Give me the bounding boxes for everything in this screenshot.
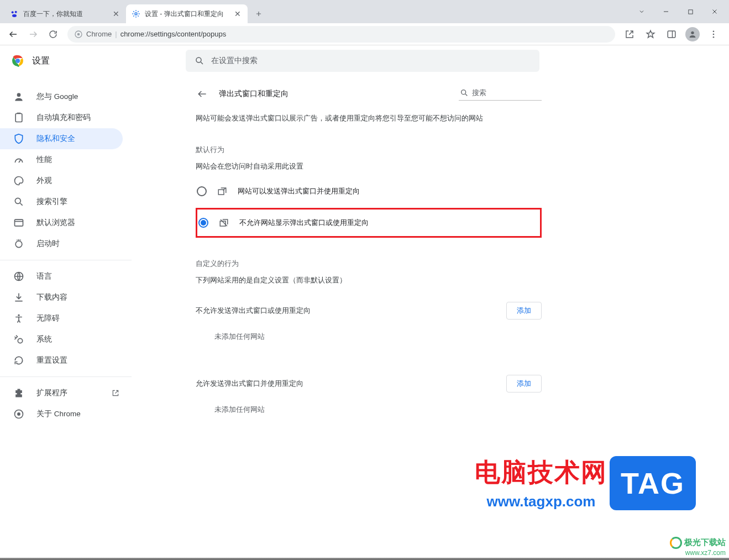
radio-icon	[197, 186, 207, 196]
block-list-empty: 未添加任何网站	[196, 332, 542, 342]
sidebar-item-appearance[interactable]: 外观	[0, 170, 123, 191]
svg-point-17	[15, 198, 20, 203]
search-placeholder: 在设置中搜索	[211, 56, 258, 66]
sidebar-item-autofill[interactable]: 自动填充和密码	[0, 107, 123, 128]
radio-label: 网站可以发送弹出式窗口并使用重定向	[238, 186, 360, 196]
allow-list-header: 允许发送弹出式窗口并使用重定向 添加	[196, 375, 542, 392]
svg-point-14	[196, 57, 201, 62]
radio-label: 不允许网站显示弹出式窗口或使用重定向	[239, 218, 369, 228]
browser-tab-baidu[interactable]: 百度一下，你就知道 ✕	[4, 4, 126, 23]
svg-rect-18	[15, 219, 23, 226]
sidebar-item-label: 重置设置	[36, 355, 67, 365]
svg-point-10	[713, 33, 715, 35]
watermark2-line2: www.xz7.com	[670, 549, 726, 557]
sidebar-separator	[0, 376, 132, 377]
search-icon	[460, 88, 469, 97]
profile-avatar[interactable]	[684, 25, 701, 43]
sidebar-item-you-and-google[interactable]: 您与 Google	[0, 86, 123, 107]
external-link-icon	[112, 389, 119, 397]
panel-description: 网站可能会发送弹出式窗口以展示广告，或者使用重定向将您引导至您可能不想访问的网站	[196, 113, 542, 124]
svg-rect-16	[15, 114, 22, 122]
block-list-label: 不允许发送弹出式窗口或使用重定向	[196, 306, 311, 316]
sidebar-item-label: 下载内容	[36, 292, 67, 302]
close-icon[interactable]: ✕	[112, 9, 120, 18]
sidebar-item-system[interactable]: 系统	[0, 329, 123, 350]
side-panel-icon[interactable]	[663, 25, 680, 43]
tab-title: 百度一下，你就知道	[23, 9, 83, 19]
popup-block-icon	[218, 217, 229, 228]
browser-toolbar: Chrome | chrome://settings/content/popup…	[0, 23, 729, 45]
sidebar-item-label: 性能	[36, 155, 52, 165]
back-button[interactable]	[4, 25, 22, 43]
chrome-icon	[74, 30, 83, 39]
block-list-header: 不允许发送弹出式窗口或使用重定向 添加	[196, 302, 542, 320]
window-titlebar: 百度一下，你就知道 ✕ 设置 - 弹出式窗口和重定向 ✕	[0, 0, 729, 23]
sidebar-item-about[interactable]: 关于 Chrome	[0, 404, 123, 425]
svg-point-2	[12, 14, 17, 17]
svg-point-13	[15, 59, 20, 63]
browser-tab-settings[interactable]: 设置 - 弹出式窗口和重定向 ✕	[126, 4, 248, 23]
panel-search-input[interactable]: 搜索	[459, 88, 542, 101]
address-bar[interactable]: Chrome | chrome://settings/content/popup…	[67, 26, 615, 43]
svg-point-6	[77, 33, 80, 35]
sidebar-item-performance[interactable]: 性能	[0, 149, 123, 170]
back-arrow-icon[interactable]	[196, 87, 209, 101]
sidebar-item-label: 启动时	[36, 239, 60, 249]
custom-behavior-subtext: 下列网站采用的是自定义设置（而非默认设置）	[196, 275, 542, 285]
bookmark-star-icon[interactable]	[642, 25, 659, 43]
watermark2-line1: 极光下载站	[670, 537, 726, 549]
chrome-logo-icon	[11, 54, 24, 67]
reload-button[interactable]	[44, 25, 62, 43]
close-icon[interactable]: ✕	[233, 9, 242, 18]
search-icon	[195, 56, 204, 66]
sidebar-item-extensions[interactable]: 扩展程序	[0, 383, 123, 404]
svg-point-22	[18, 338, 22, 343]
sidebar-item-accessibility[interactable]: 无障碍	[0, 308, 123, 329]
svg-point-11	[713, 36, 715, 38]
sidebar-item-default-browser[interactable]: 默认浏览器	[0, 212, 123, 233]
settings-search-box[interactable]: 在设置中搜索	[186, 50, 539, 72]
svg-point-0	[12, 11, 14, 13]
new-tab-button[interactable]	[251, 6, 266, 22]
svg-point-1	[15, 11, 17, 13]
sidebar-item-label: 您与 Google	[36, 92, 78, 102]
sidebar-item-label: 关于 Chrome	[36, 409, 81, 419]
sidebar-item-privacy[interactable]: 隐私和安全	[0, 128, 123, 149]
minimize-button[interactable]	[654, 3, 678, 20]
tab-strip: 百度一下，你就知道 ✕ 设置 - 弹出式窗口和重定向 ✕	[0, 4, 630, 23]
svg-point-25	[461, 90, 466, 94]
custom-behavior-label: 自定义的行为	[196, 259, 542, 269]
toolbar-right	[621, 25, 725, 43]
swirl-icon	[670, 537, 682, 549]
sidebar-item-reset[interactable]: 重置设置	[0, 350, 123, 371]
sidebar-item-label: 隐私和安全	[36, 134, 75, 144]
panel-title: 弹出式窗口和重定向	[219, 89, 289, 99]
kebab-menu-icon[interactable]	[705, 25, 722, 43]
watermark-tagxp: 电脑技术网 www.tagxp.com	[475, 456, 607, 510]
popup-allow-icon	[217, 186, 228, 197]
radio-allow-popups[interactable]: 网站可以发送弹出式窗口并使用重定向	[196, 178, 542, 205]
sidebar-item-search-engine[interactable]: 搜索引擎	[0, 191, 123, 212]
share-icon[interactable]	[621, 25, 638, 43]
caret-down-icon[interactable]	[630, 3, 654, 20]
watermark-line1: 电脑技术网	[475, 456, 607, 490]
watermark-xz7: 极光下载站 www.xz7.com	[670, 537, 726, 557]
svg-rect-7	[668, 31, 675, 38]
forward-button[interactable]	[24, 25, 42, 43]
allow-list-empty: 未添加任何网站	[196, 405, 542, 415]
add-block-site-button[interactable]: 添加	[506, 302, 542, 320]
sidebar-item-languages[interactable]: 语言	[0, 266, 123, 287]
sidebar-item-label: 无障碍	[36, 313, 60, 323]
close-window-button[interactable]	[702, 3, 727, 20]
svg-rect-4	[688, 9, 692, 13]
add-allow-site-button[interactable]: 添加	[506, 375, 542, 392]
radio-icon-checked	[198, 218, 208, 228]
sidebar-item-label: 外观	[36, 176, 52, 186]
sidebar-item-downloads[interactable]: 下载内容	[0, 287, 123, 308]
bottom-border	[0, 558, 729, 560]
sidebar-item-on-startup[interactable]: 启动时	[0, 233, 123, 254]
radio-block-popups[interactable]: 不允许网站显示弹出式窗口或使用重定向	[197, 210, 507, 236]
maximize-button[interactable]	[678, 3, 702, 20]
allow-list-label: 允许发送弹出式窗口并使用重定向	[196, 379, 303, 389]
tab-title: 设置 - 弹出式窗口和重定向	[145, 9, 224, 19]
